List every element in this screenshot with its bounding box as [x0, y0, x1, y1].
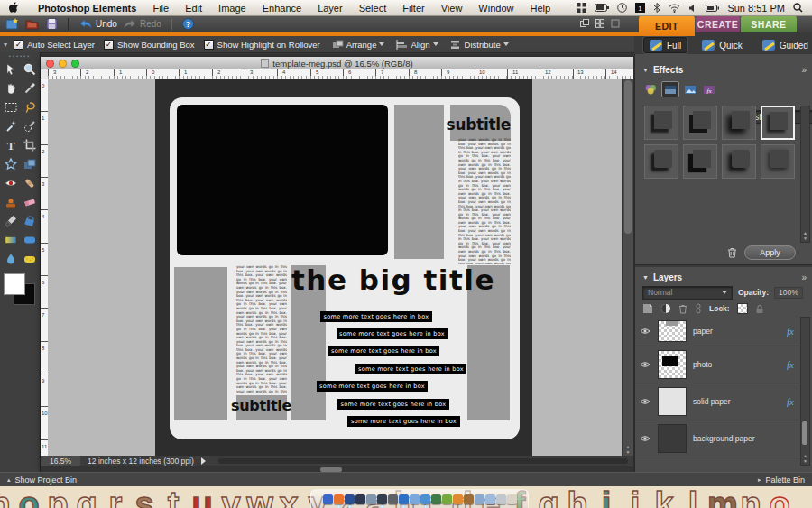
- dock[interactable]: [310, 489, 529, 508]
- gradient-tool[interactable]: [1, 230, 20, 249]
- layer-fx-badge[interactable]: fx: [787, 326, 794, 337]
- layer-fx-badge[interactable]: fx: [787, 396, 794, 407]
- layer-row[interactable]: background paper: [635, 420, 801, 457]
- dock-app-icon[interactable]: [496, 494, 506, 504]
- layer-styles-category-icon[interactable]: [661, 81, 679, 97]
- eyedropper-tool[interactable]: [20, 79, 39, 97]
- effect-thumbnail[interactable]: [761, 144, 795, 179]
- canvas-area[interactable]: subtitle your own words go in this box. …: [48, 79, 623, 456]
- scrapbook-page[interactable]: subtitle your own words go in this box. …: [170, 97, 520, 439]
- scrollbar-arrows[interactable]: ▲▼: [801, 453, 809, 464]
- new-layer-icon[interactable]: [642, 303, 653, 314]
- menu-item[interactable]: Select: [351, 3, 395, 14]
- layer-name[interactable]: solid paper: [693, 397, 731, 406]
- tab-create[interactable]: CREATE: [696, 15, 740, 32]
- layer-row[interactable]: photo fx: [635, 346, 801, 383]
- option-checkbox[interactable]: Show Highlight on Rollover: [204, 40, 320, 50]
- blur-tool[interactable]: [1, 249, 20, 268]
- opacity-value[interactable]: 100%: [774, 287, 803, 299]
- mode-quick[interactable]: Quick: [697, 38, 748, 52]
- menu-item[interactable]: View: [433, 3, 471, 14]
- mode-full[interactable]: Full: [643, 37, 687, 53]
- dock-app-icon[interactable]: [366, 494, 376, 504]
- dock-app-icon[interactable]: [464, 494, 474, 504]
- zoom-tool[interactable]: [20, 60, 39, 79]
- layer-thumbnail[interactable]: [658, 387, 687, 416]
- layer-visibility-icon[interactable]: [639, 398, 651, 405]
- single-window-icon[interactable]: [611, 19, 620, 28]
- link-layers-icon[interactable]: [695, 303, 702, 314]
- menu-clock[interactable]: Sun 8:51 PM: [727, 3, 785, 14]
- marquee-tool[interactable]: [1, 97, 20, 116]
- tool-options-caret-icon[interactable]: ▾: [4, 41, 7, 49]
- layer-thumbnail[interactable]: [658, 350, 687, 379]
- align-menu[interactable]: Align: [396, 40, 438, 50]
- dock-app-icon[interactable]: [345, 494, 355, 504]
- distribute-menu[interactable]: Distribute: [450, 40, 509, 50]
- caption-bar[interactable]: some more text goes here in box: [328, 346, 439, 356]
- layer-fx-badge[interactable]: fx: [787, 359, 794, 370]
- quick-selection-tool[interactable]: [20, 116, 39, 135]
- menu-item[interactable]: File: [144, 3, 177, 14]
- layers-scrollbar-thumb[interactable]: [802, 421, 807, 445]
- new-file-button[interactable]: [5, 17, 19, 31]
- tab-share[interactable]: SHARE: [741, 15, 797, 32]
- caption-bar[interactable]: some more text goes here in box: [320, 311, 432, 322]
- redo-button[interactable]: Redo: [123, 19, 161, 29]
- effects-panel-header[interactable]: ▼ Effects »: [642, 63, 807, 76]
- dock-app-icon[interactable]: [388, 494, 398, 504]
- dock-app-icon[interactable]: [485, 494, 495, 504]
- eraser-tool[interactable]: [20, 192, 39, 211]
- adjustment-layer-icon[interactable]: [660, 303, 671, 314]
- dock-app-icon[interactable]: [507, 494, 517, 504]
- sponge-tool[interactable]: [20, 249, 39, 268]
- menu-item[interactable]: Layer: [309, 3, 351, 14]
- caption-bar[interactable]: some more text goes here in box: [317, 381, 428, 392]
- clone-stamp-tool[interactable]: [1, 192, 20, 211]
- layers-panel-header[interactable]: ▼ Layers »: [642, 271, 807, 283]
- spaces-icon[interactable]: [577, 3, 586, 13]
- healing-brush-tool[interactable]: [20, 173, 39, 192]
- red-eye-removal-tool[interactable]: [1, 173, 20, 192]
- caption-bar[interactable]: some more text goes here in box: [337, 399, 449, 410]
- lock-all-icon[interactable]: [755, 304, 764, 314]
- bluetooth-icon[interactable]: [653, 3, 660, 13]
- blend-mode-dropdown[interactable]: Normal: [642, 286, 733, 300]
- panel-menu-icon[interactable]: »: [801, 272, 807, 282]
- dock-app-icon[interactable]: [399, 494, 409, 504]
- layer-visibility-icon[interactable]: [639, 328, 651, 335]
- keyboard-battery-icon[interactable]: [595, 4, 609, 12]
- caption-bar[interactable]: some more text goes here in box: [337, 328, 448, 339]
- effect-thumbnail[interactable]: [683, 144, 717, 179]
- delete-effect-icon[interactable]: [727, 247, 737, 258]
- help-button[interactable]: ?: [181, 17, 196, 31]
- layer-row[interactable]: solid paper fx: [635, 383, 801, 420]
- wifi-icon[interactable]: [669, 4, 680, 13]
- magic-wand-tool[interactable]: [1, 116, 20, 135]
- effect-thumbnail[interactable]: [722, 106, 756, 140]
- text-effects-category-icon[interactable]: fx: [701, 82, 717, 97]
- show-project-bin-button[interactable]: ▴ Show Project Bin: [7, 476, 77, 485]
- effect-thumbnail[interactable]: [683, 106, 717, 140]
- lock-transparency-icon[interactable]: [737, 303, 748, 314]
- layer-row[interactable]: paper fx: [635, 317, 801, 346]
- layer-name[interactable]: photo: [693, 360, 712, 369]
- battery-icon[interactable]: [706, 5, 719, 12]
- foreground-color-swatch[interactable]: [4, 273, 25, 295]
- document-title-bar[interactable]: template-meg.psd @ 16.5% (RGB/8): [41, 57, 633, 70]
- menu-item[interactable]: Enhance: [254, 3, 309, 14]
- crop-tool[interactable]: [20, 135, 39, 154]
- dock-app-icon[interactable]: [410, 494, 420, 504]
- panel-menu-icon[interactable]: »: [801, 65, 807, 75]
- dock-app-icon[interactable]: [431, 494, 441, 504]
- vertical-scrollbar-thumb[interactable]: [624, 80, 632, 234]
- apply-button[interactable]: Apply: [744, 245, 796, 260]
- apple-menu-icon[interactable]: [9, 2, 19, 14]
- photo-effects-category-icon[interactable]: [682, 82, 698, 97]
- time-machine-icon[interactable]: [617, 3, 627, 13]
- tab-edit[interactable]: EDIT: [639, 15, 695, 36]
- lasso-tool[interactable]: [20, 97, 39, 116]
- dock-app-icon[interactable]: [475, 494, 484, 504]
- menu-app-name[interactable]: Photoshop Elements: [30, 3, 144, 14]
- effects-scrollbar[interactable]: ▲▼: [800, 106, 810, 243]
